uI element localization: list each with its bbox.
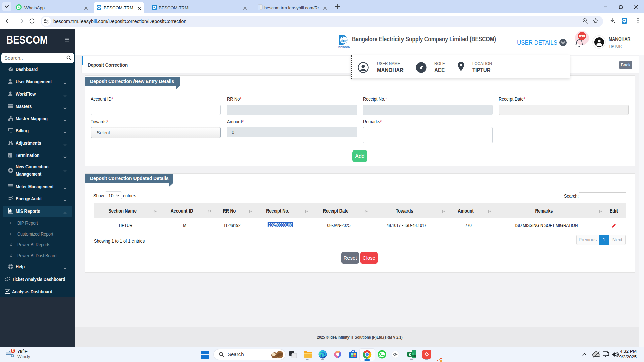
svg-text:BESCOM: BESCOM [338,46,350,48]
